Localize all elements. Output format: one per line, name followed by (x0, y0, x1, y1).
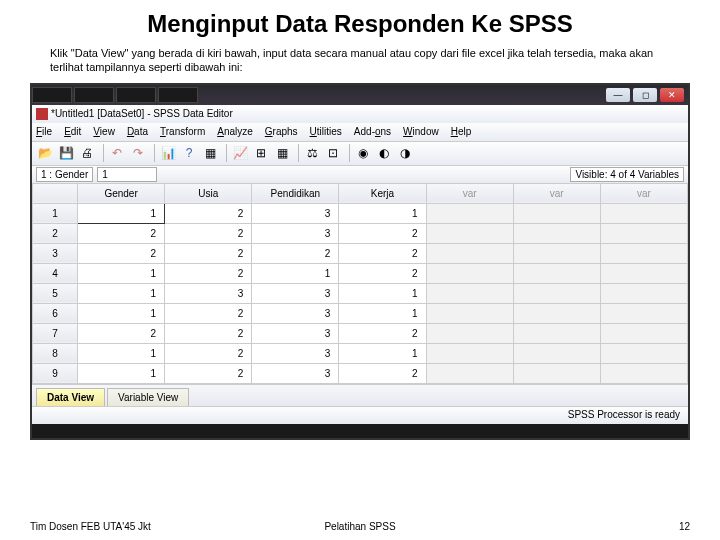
undo-icon[interactable]: ↶ (108, 144, 126, 162)
value-icon[interactable]: ⊡ (324, 144, 342, 162)
data-grid[interactable]: Gender Usia Pendidikan Kerja var var var… (32, 183, 688, 384)
data-cell[interactable]: 2 (78, 323, 165, 343)
empty-cell[interactable] (426, 263, 513, 283)
row-header[interactable]: 2 (33, 223, 78, 243)
row-header[interactable]: 6 (33, 303, 78, 323)
data-cell[interactable]: 2 (165, 343, 252, 363)
menu-utilities[interactable]: Utilities (310, 126, 342, 137)
tab-data-view[interactable]: Data View (36, 388, 105, 406)
empty-cell[interactable] (513, 203, 600, 223)
open-icon[interactable]: 📂 (36, 144, 54, 162)
data-cell[interactable]: 2 (165, 303, 252, 323)
print-icon[interactable]: 🖨 (78, 144, 96, 162)
data-cell[interactable]: 1 (78, 343, 165, 363)
data-cell[interactable]: 2 (165, 363, 252, 383)
empty-cell[interactable] (600, 323, 687, 343)
empty-cell[interactable] (513, 363, 600, 383)
col-header[interactable]: Usia (165, 183, 252, 203)
empty-cell[interactable] (513, 263, 600, 283)
data-cell[interactable]: 2 (339, 243, 426, 263)
row-header[interactable]: 9 (33, 363, 78, 383)
empty-cell[interactable] (600, 203, 687, 223)
data-cell[interactable]: 2 (165, 203, 252, 223)
empty-cell[interactable] (513, 223, 600, 243)
vars-icon[interactable]: ▦ (201, 144, 219, 162)
empty-cell[interactable] (426, 363, 513, 383)
empty-cell[interactable] (513, 243, 600, 263)
tab-variable-view[interactable]: Variable View (107, 388, 189, 406)
empty-cell[interactable] (513, 343, 600, 363)
empty-cell[interactable] (600, 243, 687, 263)
col-header[interactable]: Kerja (339, 183, 426, 203)
menu-transform[interactable]: Transform (160, 126, 205, 137)
col-header[interactable]: Pendidikan (252, 183, 339, 203)
select-icon[interactable]: ◑ (396, 144, 414, 162)
minimize-button[interactable]: — (606, 88, 630, 102)
close-button[interactable]: ✕ (660, 88, 684, 102)
data-cell[interactable]: 2 (78, 243, 165, 263)
empty-cell[interactable] (426, 303, 513, 323)
data-cell[interactable]: 2 (165, 243, 252, 263)
weight-icon[interactable]: ⚖ (303, 144, 321, 162)
empty-cell[interactable] (600, 343, 687, 363)
data-cell[interactable]: 3 (252, 323, 339, 343)
data-cell[interactable]: 1 (78, 283, 165, 303)
empty-cell[interactable] (426, 343, 513, 363)
insert-icon[interactable]: ⊞ (252, 144, 270, 162)
menu-analyze[interactable]: Analyze (217, 126, 253, 137)
data-cell[interactable]: 2 (165, 223, 252, 243)
data-cell[interactable]: 3 (252, 203, 339, 223)
empty-cell[interactable] (426, 243, 513, 263)
menu-graphs[interactable]: Graphs (265, 126, 298, 137)
grid-icon[interactable]: ▦ (273, 144, 291, 162)
cell-value[interactable]: 1 (97, 167, 157, 182)
empty-cell[interactable] (513, 323, 600, 343)
data-cell[interactable]: 2 (165, 263, 252, 283)
menu-view[interactable]: View (93, 126, 115, 137)
data-cell[interactable]: 2 (339, 263, 426, 283)
menu-data[interactable]: Data (127, 126, 148, 137)
row-header[interactable]: 1 (33, 203, 78, 223)
data-cell[interactable]: 3 (252, 223, 339, 243)
empty-cell[interactable] (426, 203, 513, 223)
col-header-empty[interactable]: var (426, 183, 513, 203)
empty-cell[interactable] (426, 223, 513, 243)
row-header[interactable]: 4 (33, 263, 78, 283)
empty-cell[interactable] (426, 323, 513, 343)
data-cell[interactable]: 3 (252, 363, 339, 383)
data-cell[interactable]: 2 (339, 223, 426, 243)
data-cell[interactable]: 1 (339, 303, 426, 323)
col-header[interactable]: Gender (78, 183, 165, 203)
menu-window[interactable]: Window (403, 126, 439, 137)
data-cell[interactable]: 2 (252, 243, 339, 263)
data-cell[interactable]: 1 (339, 203, 426, 223)
empty-cell[interactable] (600, 363, 687, 383)
data-cell[interactable]: 3 (252, 283, 339, 303)
maximize-button[interactable]: ◻ (633, 88, 657, 102)
data-cell[interactable]: 3 (252, 343, 339, 363)
data-cell[interactable]: 3 (165, 283, 252, 303)
empty-cell[interactable] (513, 303, 600, 323)
col-header-empty[interactable]: var (600, 183, 687, 203)
data-cell[interactable]: 1 (78, 363, 165, 383)
menu-file[interactable]: File (36, 126, 52, 137)
data-cell[interactable]: 1 (339, 343, 426, 363)
data-cell[interactable]: 1 (339, 283, 426, 303)
goto-icon[interactable]: 📊 (159, 144, 177, 162)
redo-icon[interactable]: ↷ (129, 144, 147, 162)
row-header[interactable]: 7 (33, 323, 78, 343)
data-cell[interactable]: 1 (78, 303, 165, 323)
empty-cell[interactable] (600, 263, 687, 283)
menu-addons[interactable]: Add-ons (354, 126, 391, 137)
empty-cell[interactable] (600, 303, 687, 323)
empty-cell[interactable] (513, 283, 600, 303)
row-header[interactable]: 8 (33, 343, 78, 363)
data-cell[interactable]: 1 (78, 263, 165, 283)
save-icon[interactable]: 💾 (57, 144, 75, 162)
empty-cell[interactable] (600, 223, 687, 243)
data-cell[interactable]: 2 (339, 323, 426, 343)
row-header[interactable]: 5 (33, 283, 78, 303)
menu-help[interactable]: Help (451, 126, 472, 137)
empty-cell[interactable] (600, 283, 687, 303)
menu-edit[interactable]: Edit (64, 126, 81, 137)
